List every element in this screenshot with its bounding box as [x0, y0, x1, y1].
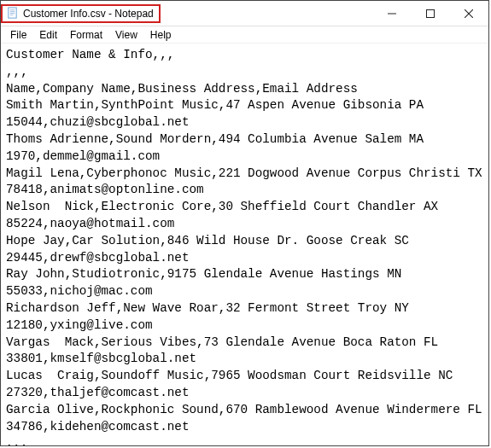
text-line: 55033,nichoj@mac.com [6, 284, 153, 298]
text-line: 12180,yxing@live.com [6, 318, 153, 332]
window-controls [372, 1, 488, 26]
menu-format[interactable]: Format [64, 28, 109, 42]
titlebar[interactable]: Customer Info.csv - Notepad [1, 1, 488, 26]
text-line: Hope Jay,Car Solution,846 Wild House Dr.… [6, 234, 409, 247]
text-line: 33801,kmself@sbcglobal.net [6, 352, 196, 365]
menu-edit[interactable]: Edit [33, 28, 64, 42]
text-line: 27320,thaljef@comcast.net [6, 386, 190, 399]
text-line: Thoms Adrienne,Sound Mordern,494 Columbi… [6, 132, 424, 146]
text-line: 1970,demmel@gmail.com [6, 149, 160, 163]
menu-help[interactable]: Help [144, 28, 178, 42]
text-line: 85224,naoya@hotmail.com [6, 217, 174, 230]
text-line: ,,, [6, 436, 28, 445]
text-line: Name,Company Name,Business Address,Email… [6, 82, 358, 96]
text-line: 29445,drewf@sbcglobal.net [6, 251, 190, 265]
notepad-icon [6, 7, 19, 20]
text-line: Lucas Craig,Soundoff Music,7965 Woodsman… [6, 369, 453, 382]
notepad-window: Customer Info.csv - Notepad File Edit Fo… [0, 0, 489, 446]
minimize-button[interactable] [372, 1, 411, 26]
text-line: 15044,chuzi@sbcglobal.net [6, 115, 190, 129]
text-line: Vargas Mack,Serious Vibes,73 Glendale Av… [6, 335, 438, 349]
text-line: ,,, [6, 65, 28, 79]
maximize-button[interactable] [411, 1, 449, 26]
menubar: File Edit Format View Help [1, 26, 488, 44]
svg-rect-6 [426, 9, 434, 17]
text-line: Ray John,Studiotronic,9175 Glendale Aven… [6, 267, 401, 281]
text-line: Nelson Nick,Electronic Core,30 Sheffield… [6, 200, 438, 213]
close-button[interactable] [449, 1, 488, 26]
text-line: Customer Name & Info,,, [6, 48, 174, 61]
menu-file[interactable]: File [4, 28, 33, 42]
title-highlight: Customer Info.csv - Notepad [1, 4, 161, 23]
text-line: Smith Martin,SynthPoint Music,47 Aspen A… [6, 98, 424, 112]
text-line: Garcia Olive,Rockphonic Sound,670 Ramble… [6, 403, 482, 416]
text-area[interactable]: Customer Name & Info,,, ,,, Name,Company… [1, 44, 488, 445]
text-line: 78418,animats@optonline.com [6, 183, 204, 196]
text-line: Magil Lena,Cyberphonoc Music,221 Dogwood… [6, 166, 482, 180]
text-line: Richardson Jeff,New Wave Roar,32 Fermont… [6, 301, 409, 315]
text-line: 34786,kidehen@comcast.net [6, 420, 190, 433]
menu-view[interactable]: View [109, 28, 144, 42]
window-title: Customer Info.csv - Notepad [23, 8, 154, 20]
